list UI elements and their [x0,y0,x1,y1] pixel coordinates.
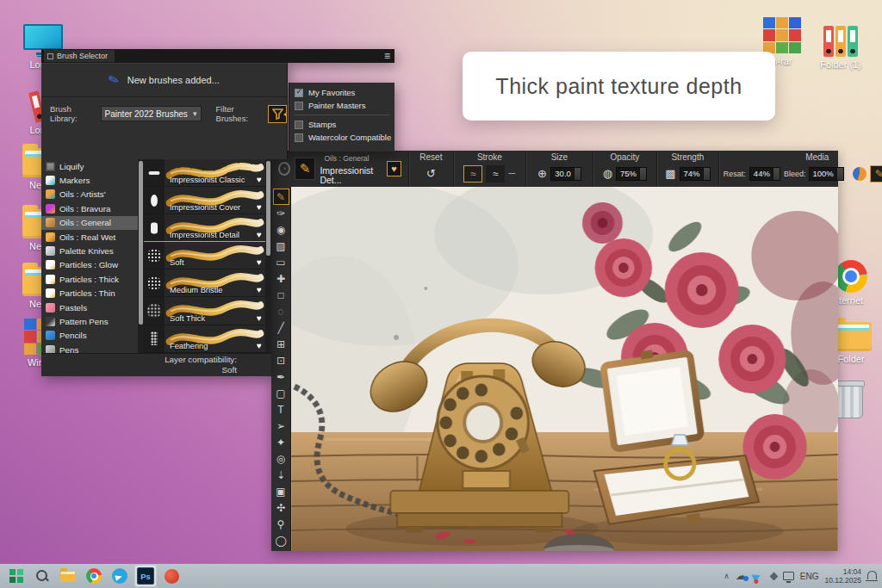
category-palette-knives[interactable]: Palette Knives [41,244,138,257]
brush-item[interactable]: Soft Thick♥ [144,297,265,325]
filter-stamps[interactable]: Stamps [295,118,394,131]
favorite-heart-icon[interactable]: ♥ [257,313,262,323]
taskbar-search[interactable] [31,565,53,587]
category-pattern-pens[interactable]: Pattern Pens [41,314,138,328]
category-oils-general[interactable]: Oils : General [41,216,138,230]
display-tray-icon[interactable] [783,572,794,580]
taskbar-chrome[interactable] [83,565,105,587]
favorite-heart-icon[interactable]: ♥ [257,175,262,184]
panel-title-bar[interactable]: Brush Selector ≡ [41,49,394,63]
bleed-stepper[interactable] [836,168,843,180]
favorite-heart-icon[interactable]: ♥ [257,230,262,239]
brush-item[interactable]: Impressionist Classic♥ [144,159,265,187]
favorite-heart-icon[interactable]: ♥ [257,285,262,294]
freehand-stroke-button[interactable]: ≈ [463,165,482,183]
brush-item[interactable]: Medium Bristle♥ [144,269,265,297]
filter-my-favorites[interactable]: My Favorites [295,86,394,99]
straight-stroke-button[interactable]: ≈ [486,165,505,183]
filter-watercolor-compatible[interactable]: Watercolor Compatible [295,131,394,144]
taskbar-photoshop-active[interactable]: Ps [134,565,157,587]
color-media-icon[interactable] [853,167,866,181]
zoom-tool[interactable]: ⚲ [273,516,289,532]
category-oils-real-wet[interactable]: Oils : Real Wet [41,230,138,244]
variant-scrollbar[interactable] [265,159,271,353]
brush-item[interactable]: Feathering♥ [144,325,265,353]
start-button[interactable] [5,565,28,587]
checkbox-checked[interactable] [295,89,303,97]
favorite-heart-icon[interactable]: ♥ [257,202,262,212]
category-icon [46,288,55,298]
shape-tool[interactable]: ▢ [273,385,289,401]
favorite-heart-icon[interactable]: ♥ [257,341,262,350]
brush-item[interactable]: Impressionist Cover♥ [144,187,265,214]
bleed-field[interactable]: 100% [809,167,843,181]
category-oils-bravura[interactable]: Oils : Bravura [41,201,138,215]
category-particles-glow[interactable]: Particles : Glow [41,258,138,272]
brush-item-selected[interactable]: Impressionist Detail♥ [144,214,265,242]
opacity-icon[interactable]: ◍ [603,168,612,179]
category-liquify[interactable]: Liquify [41,159,138,173]
category-pens[interactable]: Pens [41,343,138,353]
resat-field[interactable]: 44% [749,167,780,181]
checkbox[interactable] [295,121,303,129]
brush-item[interactable]: Soft♥ [144,242,265,269]
particle-tool[interactable]: ⇣ [273,467,289,483]
scrollbar-thumb[interactable] [139,161,143,325]
magnifier-detail-tool[interactable]: ◎ [273,450,289,467]
size-icon[interactable]: ⊕ [537,168,547,179]
filter-funnel-button[interactable] [268,105,287,123]
panel-tab[interactable]: Brush Selector [44,50,115,62]
tray-expand-chevron[interactable]: ∧ [724,572,730,580]
filter-painter-masters[interactable]: Painter Masters [295,99,394,112]
brush-dab-thumbnail [144,242,165,269]
binders-icon [823,21,858,57]
reset-brush-icon[interactable]: ↺ [426,168,436,179]
category-pencils[interactable]: Pencils [41,329,138,343]
category-pastels[interactable]: Pastels [41,300,138,314]
cloner-tool[interactable]: ▣ [273,483,289,499]
taskbar-app-red[interactable] [160,565,183,587]
checkbox[interactable] [295,133,303,142]
tooltip-card: Thick paint texture depth [463,52,775,121]
taskbar-telegram[interactable] [109,565,131,587]
opacity-field[interactable]: 75% [616,167,647,181]
tray-app-icon[interactable] [769,572,778,580]
dab-stroke-icon[interactable]: ┈ [508,168,515,179]
category-oils-artists[interactable]: Oils : Artists' [41,188,138,201]
strength-stepper[interactable] [703,168,710,180]
scrollbar-thumb[interactable] [266,161,270,256]
rotate-page-tool[interactable]: ◯ [273,532,289,548]
taskbar-file-explorer[interactable] [57,565,79,587]
opacity-stepper[interactable] [639,168,646,180]
media-section: Media Resat: 44% Bleed: 100% ✎ [719,151,882,187]
telegram-tray-icon[interactable] [751,570,766,583]
checkbox[interactable] [295,102,303,110]
strength-field[interactable]: 74% [680,167,711,181]
grabber-tool[interactable]: ✣ [273,499,289,516]
category-icon [46,162,55,171]
clock[interactable]: 14:04 10.12.2025 [824,567,861,585]
category-scrollbar[interactable] [138,159,144,353]
size-stepper[interactable] [574,168,581,180]
strength-texture-icon[interactable]: ▩ [665,168,675,179]
brush-variant-list: Impressionist Classic♥ Impressionist Cov… [144,159,265,353]
favorite-heart-icon[interactable]: ♥ [257,257,262,267]
smart-stroke-tool[interactable]: ✦ [273,434,289,450]
category-icon [46,275,55,284]
onedrive-cloud-icon[interactable]: ☁ [736,572,747,580]
filter-popup: My Favorites Painter Masters Stamps Wate… [289,83,394,152]
desktop-icon-folder-group[interactable]: Folder (1) [808,21,873,70]
category-particles-thick[interactable]: Particles : Thick [41,272,138,286]
size-field[interactable]: 30.0 [550,167,581,181]
brush-media-button[interactable]: ✎ [870,165,882,183]
language-indicator[interactable]: ENG [800,572,819,581]
notifications-bell-icon[interactable] [867,571,877,579]
shape-select-tool[interactable]: ➢ [273,418,289,434]
library-dropdown[interactable]: Painter 2022 Brushes ▾ [101,106,202,121]
category-particles-thin[interactable]: Particles : Thin [41,287,138,300]
resat-stepper[interactable] [773,168,780,180]
winrar-icon [763,17,801,53]
category-markers[interactable]: Markers [41,173,138,187]
text-tool[interactable]: T [273,401,289,418]
panel-menu-icon[interactable]: ≡ [384,52,390,60]
